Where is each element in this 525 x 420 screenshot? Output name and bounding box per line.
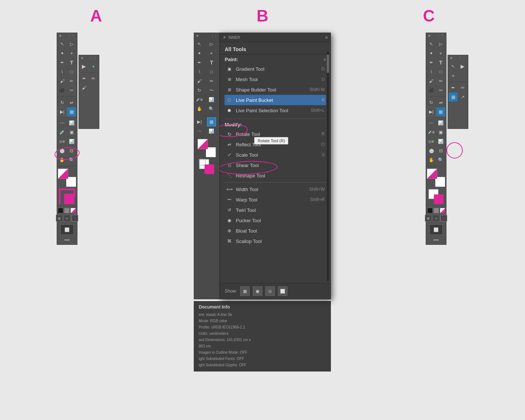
c-slice-btn[interactable]: ⊟ (436, 146, 445, 155)
line-btn[interactable]: \ (58, 67, 67, 76)
b-zoom-btn[interactable]: 🔍 (207, 104, 216, 113)
atp-close[interactable]: ✕ (223, 36, 226, 39)
c-reflect-btn[interactable]: ⇌ (436, 98, 445, 107)
close-icon-a1[interactable]: ✕ (59, 34, 62, 38)
c-grid-btn[interactable]: ▦ (436, 107, 445, 116)
c-sel-btn[interactable]: ↖ (427, 40, 436, 49)
b-brush-btn[interactable]: 🖌 (195, 77, 204, 86)
c-dir-btn[interactable]: ▷ (436, 40, 445, 49)
c2-dir-btn[interactable]: ▶ (458, 62, 467, 71)
c-pen-btn[interactable]: ✒ (427, 58, 436, 67)
rotate-tool-row[interactable]: ↻ Rotate Tool R Rotate Tool (R) (225, 129, 326, 139)
artboard-btn-a[interactable]: ▶| (58, 107, 67, 116)
c-brush-btn[interactable]: 🖌 (427, 77, 436, 86)
rect-btn[interactable]: □ (67, 67, 76, 76)
close-icon-c1[interactable]: ✕ (428, 34, 431, 38)
show-panel-btn[interactable]: ▣ (253, 286, 262, 296)
b-grid2-btn[interactable]: ▦ (207, 117, 216, 126)
ellipsis-a1[interactable]: ••• (57, 237, 77, 243)
b-artboard-btn[interactable]: ▶| (195, 117, 204, 126)
atp-scrollbar[interactable] (327, 51, 329, 281)
c-magic-btn[interactable]: ✦ (427, 49, 436, 58)
sub-pencil-btn[interactable]: ✏ (89, 74, 98, 83)
c-artboard-btn[interactable]: ▶| (427, 107, 436, 116)
c-livecolor-btn[interactable]: ◎⊕ (427, 137, 436, 146)
paint-chevron[interactable]: ∧ (323, 57, 326, 61)
type-btn[interactable]: T (67, 58, 76, 67)
gradient-tool-row[interactable]: ▣ Gradient Tool G (225, 64, 326, 74)
paintbrush-btn[interactable]: 🖌 (58, 77, 67, 86)
scallop-tool-row[interactable]: ⌘ Scallop Tool (225, 236, 326, 246)
sel-white-btn[interactable]: ▶ (80, 62, 89, 71)
magic-wand-btn[interactable]: ✦ (58, 49, 67, 58)
c-icon-btn-2[interactable]: ◎ (433, 215, 439, 221)
black-swatch[interactable] (58, 208, 63, 213)
b-hand-btn[interactable]: ✋ (195, 104, 204, 113)
icon-btn-1[interactable]: ▦ (56, 215, 63, 221)
c-zoom-btn[interactable]: 🔍 (436, 156, 445, 164)
ellipsis-c1[interactable]: ••• (426, 237, 446, 243)
pencil-btn[interactable]: ✏ (67, 77, 76, 86)
c-gray-swatch[interactable] (433, 208, 439, 213)
scale-tool-row[interactable]: ⤢ Scale Tool S (225, 150, 326, 160)
scissors-btn[interactable]: ✂ (67, 86, 76, 95)
rotate-btn-a[interactable]: ↻ (58, 98, 67, 107)
b-chart-btn[interactable]: 📊 (207, 95, 216, 104)
c-red-swatch[interactable] (440, 208, 445, 213)
c-icon-btn-1[interactable]: ▦ (425, 215, 432, 221)
atp-scrollbar-thumb[interactable] (327, 54, 329, 73)
c-hand-btn[interactable]: ✋ (427, 156, 436, 164)
zoom-btn-a[interactable]: 🔍 (67, 156, 76, 164)
c2-arrow-btn[interactable]: ↗ (458, 93, 467, 101)
c-chart-btn[interactable]: 📊 (436, 119, 445, 127)
eraser-btn[interactable]: ⬛ (58, 86, 67, 95)
b-pencil-btn[interactable]: ✏ (207, 77, 216, 86)
atp-menu-icon[interactable]: ≡ (325, 35, 328, 40)
symbol-btn-a[interactable]: ⋯ (58, 119, 67, 127)
b-warp-btn[interactable]: 〜 (207, 86, 216, 95)
show-grid-btn[interactable]: ▦ (240, 286, 250, 296)
c2-sel-btn[interactable]: ↖ (449, 62, 458, 71)
pucker-tool-row[interactable]: ◉ Pucker Tool (225, 215, 326, 226)
c-lasso-btn[interactable]: ⌖ (436, 49, 445, 58)
icon-btn-3[interactable]: ○ (72, 215, 78, 221)
c-scissors-c[interactable]: ✂ (436, 86, 445, 95)
b-dir-btn[interactable]: ▷ (207, 40, 216, 49)
sub-pen-btn[interactable]: ✒ (80, 74, 89, 83)
shear-tool-row[interactable]: ⌸ Shear Tool (225, 160, 326, 170)
b-type-btn[interactable]: T (207, 58, 216, 67)
c-chart2-btn[interactable]: 📊 (436, 137, 445, 146)
livecolor-btn-a[interactable]: ◎⊕ (58, 137, 67, 146)
sub-brush-btn[interactable]: 🖌 (80, 83, 89, 92)
b-symbol-btn[interactable]: ⋯ (195, 127, 204, 136)
eyedropper-btn-a[interactable]: 💉 (58, 128, 67, 137)
c-blend-btn[interactable]: ⬤ (427, 146, 436, 155)
c-line-btn[interactable]: \ (427, 67, 436, 76)
b-magic-btn[interactable]: ✦ (195, 49, 204, 58)
twirl-tool-row[interactable]: ↺ Twirl Tool (225, 205, 326, 215)
close-icon-c2[interactable]: ✕ (450, 56, 453, 60)
slice-btn-a[interactable]: ⊟ (67, 146, 76, 155)
c2-pencil-btn[interactable]: ✏ (458, 83, 467, 92)
c-symbol-btn[interactable]: ⋯ (427, 119, 436, 127)
gradient-btn-a[interactable]: ▣ (67, 128, 76, 137)
grid-btn-a[interactable]: ▦ (67, 107, 76, 116)
blend-btn-a[interactable]: ⬤ (58, 146, 67, 155)
red-swatch[interactable] (70, 208, 76, 213)
c-black-swatch[interactable] (427, 208, 433, 213)
close-b[interactable]: ✕ (196, 34, 199, 38)
b-lasso-btn[interactable]: ⌖ (207, 49, 216, 58)
warp-tool-row[interactable]: 〜 Warp Tool Shift+R (225, 194, 326, 205)
c2-pen-btn[interactable]: ✒ (449, 83, 458, 92)
show-circle-btn[interactable]: ◎ (265, 286, 275, 296)
width-tool-row[interactable]: ⟺ Width Tool Shift+W (225, 184, 326, 194)
c-rect-btn[interactable]: □ (436, 67, 445, 76)
close-icon-a2[interactable]: ✕ (81, 56, 84, 60)
pen-btn[interactable]: ✒ (58, 58, 67, 67)
c-eyedrp-btn[interactable]: 💉⊕ (427, 128, 436, 137)
selection-tool-btn[interactable]: ↖ (58, 40, 67, 49)
show-artboard-btn[interactable]: ⬜ (278, 286, 288, 296)
b-rotate-btn[interactable]: ↻ (195, 86, 204, 95)
livepaintsel-tool-row[interactable]: ⬢ Live Paint Selection Tool Shift+L (225, 105, 326, 116)
direct-selection-btn[interactable]: ▷ (67, 40, 76, 49)
